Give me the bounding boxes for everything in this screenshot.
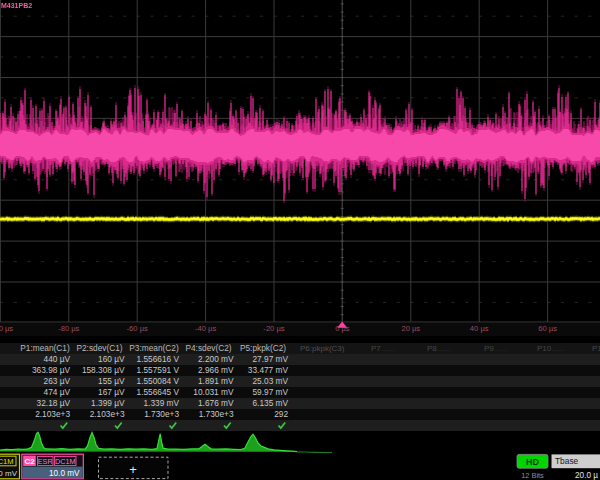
svg-text:P6:pkpk(C3): P6:pkpk(C3) [300,344,345,353]
svg-text:P11......: P11...... [592,344,600,353]
svg-text:1.557591 V: 1.557591 V [137,365,180,375]
svg-text:P3:mean(C2): P3:mean(C2) [129,343,179,353]
svg-text:474 µV: 474 µV [44,387,71,397]
svg-text:1.550084 V: 1.550084 V [137,376,180,386]
svg-text:M431PB2: M431PB2 [1,2,32,9]
svg-text:1.556645 V: 1.556645 V [137,387,180,397]
svg-text:60 µs: 60 µs [538,324,557,333]
svg-text:59.97 mV: 59.97 mV [252,387,288,397]
svg-text:32.18 µV: 32.18 µV [37,398,71,408]
svg-text:2.200 mV: 2.200 mV [198,354,234,364]
svg-text:P1:mean(C1): P1:mean(C1) [20,343,70,353]
svg-text:10.031 mV: 10.031 mV [193,387,234,397]
svg-text:292: 292 [274,409,288,419]
svg-text:P10......: P10...... [537,344,565,353]
svg-text:2.103e+3: 2.103e+3 [35,409,70,419]
svg-text:40 µs: 40 µs [470,324,489,333]
svg-text:P7......: P7...... [371,344,394,353]
svg-text:27.97 mV: 27.97 mV [252,354,288,364]
svg-text:-20 µs: -20 µs [263,324,284,333]
svg-text:1.891 mV: 1.891 mV [198,376,234,386]
svg-text:33.477 mV: 33.477 mV [248,365,289,375]
svg-text:440 µV: 440 µV [44,354,71,364]
svg-text:167 µV: 167 µV [98,387,125,397]
svg-text:20 µs: 20 µs [401,324,420,333]
svg-text:1.730e+3: 1.730e+3 [144,409,179,419]
svg-text:P9......: P9...... [484,344,507,353]
svg-text:263 µV: 263 µV [44,376,71,386]
svg-text:-100 µs: -100 µs [0,324,13,333]
svg-text:363.98 µV: 363.98 µV [32,365,70,375]
svg-text:Tbase: Tbase [555,456,579,466]
svg-text:DC1M: DC1M [0,457,14,466]
svg-text:160 µV: 160 µV [98,354,125,364]
svg-text:1.556616 V: 1.556616 V [137,354,180,364]
svg-text:P8......: P8...... [427,344,450,353]
svg-text:-60 µs: -60 µs [127,324,148,333]
svg-text:C2: C2 [24,457,35,466]
svg-text:12 Bits: 12 Bits [521,471,544,480]
svg-text:P2:sdev(C1): P2:sdev(C1) [76,343,122,353]
svg-text:25.03 mV: 25.03 mV [252,376,288,386]
svg-text:P4:sdev(C2): P4:sdev(C2) [185,343,231,353]
svg-text:+: + [129,462,137,477]
svg-text:20.0 µ: 20.0 µ [575,471,598,480]
svg-text:DC1M: DC1M [55,457,75,466]
svg-text:1.339 mV: 1.339 mV [143,398,179,408]
svg-text:-80 µs: -80 µs [58,324,79,333]
svg-text:ESR: ESR [38,457,53,466]
svg-text:1.399 µV: 1.399 µV [91,398,125,408]
svg-text:2.966 mV: 2.966 mV [198,365,234,375]
svg-text:0 mV: 0 mV [0,469,18,478]
svg-text:158.308 µV: 158.308 µV [82,365,125,375]
svg-text:-40 µs: -40 µs [195,324,216,333]
svg-text:HD: HD [526,457,539,467]
svg-text:2.103e+3: 2.103e+3 [90,409,125,419]
svg-text:10.0 mV: 10.0 mV [49,469,80,478]
svg-text:6.135 mV: 6.135 mV [252,398,288,408]
svg-text:155 µV: 155 µV [98,376,125,386]
svg-text:1.676 mV: 1.676 mV [198,398,234,408]
svg-text:P5:pkpk(C2): P5:pkpk(C2) [240,343,286,353]
svg-text:1.730e+3: 1.730e+3 [199,409,234,419]
